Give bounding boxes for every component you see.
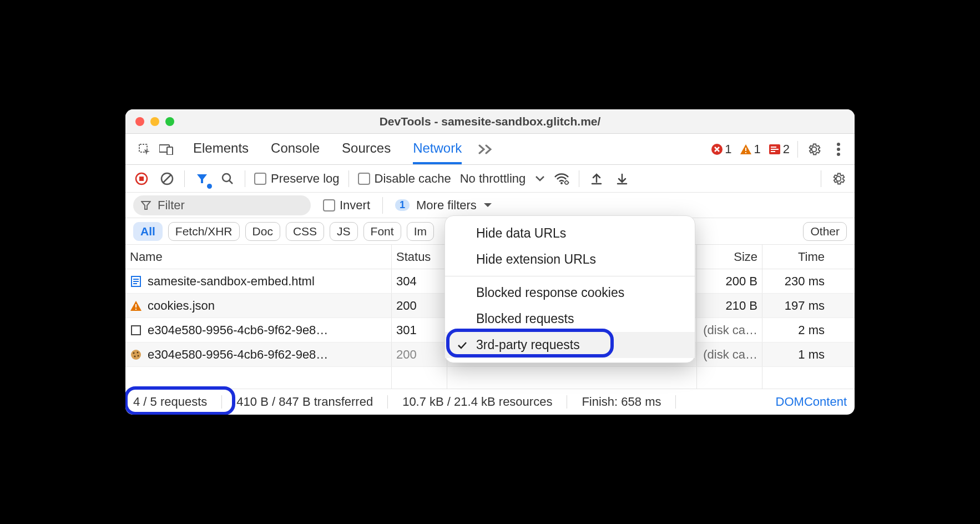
error-count: 1 bbox=[725, 142, 731, 157]
filter-3rd-party-requests[interactable]: 3rd-party requests bbox=[445, 332, 695, 358]
svg-point-31 bbox=[137, 351, 139, 353]
chevron-down-icon bbox=[536, 176, 544, 182]
status-finish: Finish: 658 ms bbox=[582, 395, 661, 409]
preserve-log-checkbox[interactable]: Preserve log bbox=[254, 172, 340, 186]
warning-badge[interactable]: 1 bbox=[740, 142, 761, 157]
svg-point-10 bbox=[837, 143, 840, 146]
frame-icon bbox=[130, 324, 142, 336]
svg-point-33 bbox=[138, 355, 139, 356]
warning-icon bbox=[130, 300, 142, 312]
svg-rect-4 bbox=[745, 148, 746, 151]
throttling-select[interactable]: No throttling bbox=[460, 172, 545, 186]
svg-point-11 bbox=[837, 148, 840, 151]
filter-row: Filter Invert 1 More filters bbox=[125, 193, 855, 218]
title-bar: DevTools - samesite-sandbox.glitch.me/ bbox=[125, 109, 855, 134]
settings-icon[interactable] bbox=[806, 141, 822, 158]
download-har-icon[interactable] bbox=[614, 170, 630, 187]
record-button[interactable] bbox=[133, 170, 150, 187]
invert-checkbox[interactable]: Invert bbox=[323, 198, 370, 213]
svg-point-18 bbox=[223, 174, 230, 182]
svg-point-32 bbox=[134, 355, 136, 357]
svg-rect-27 bbox=[135, 309, 137, 310]
status-requests: 4 / 5 requests bbox=[133, 395, 207, 409]
chip-doc[interactable]: Doc bbox=[245, 222, 280, 241]
close-window-button[interactable] bbox=[135, 117, 144, 126]
network-toolbar: Preserve log Disable cache No throttling bbox=[125, 165, 855, 193]
devtools-window: DevTools - samesite-sandbox.glitch.me/ E… bbox=[125, 109, 855, 415]
svg-line-16 bbox=[163, 175, 171, 183]
table-blank-row bbox=[125, 367, 855, 389]
chip-all[interactable]: All bbox=[133, 222, 163, 241]
issues-count: 2 bbox=[783, 142, 790, 157]
filter-hide-extension-urls[interactable]: Hide extension URLs bbox=[445, 246, 695, 273]
disable-cache-checkbox[interactable]: Disable cache bbox=[358, 172, 451, 186]
svg-point-29 bbox=[131, 350, 141, 360]
tab-console[interactable]: Console bbox=[271, 134, 320, 164]
svg-rect-2 bbox=[167, 147, 173, 155]
col-size[interactable]: Size bbox=[697, 245, 762, 269]
resource-type-row: All Fetch/XHR Doc CSS JS Font Im Other H… bbox=[125, 218, 855, 245]
svg-point-30 bbox=[133, 352, 135, 354]
funnel-icon bbox=[141, 200, 151, 210]
chip-fetch-xhr[interactable]: Fetch/XHR bbox=[168, 222, 240, 241]
document-icon bbox=[130, 275, 142, 288]
tab-network[interactable]: Network bbox=[413, 134, 462, 164]
svg-point-12 bbox=[837, 153, 840, 156]
svg-rect-26 bbox=[135, 304, 137, 308]
status-bar: 4 / 5 requests 410 B / 847 B transferred… bbox=[125, 389, 855, 415]
col-time[interactable]: Time bbox=[762, 245, 829, 269]
search-icon[interactable] bbox=[219, 170, 236, 187]
chip-other[interactable]: Other bbox=[803, 222, 847, 241]
col-status[interactable]: Status bbox=[392, 245, 447, 269]
issues-badge[interactable]: 2 bbox=[769, 142, 790, 157]
chip-font[interactable]: Font bbox=[363, 222, 401, 241]
svg-rect-8 bbox=[771, 149, 779, 150]
chip-img[interactable]: Im bbox=[407, 222, 434, 241]
filter-blocked-requests[interactable]: Blocked requests bbox=[445, 306, 695, 332]
upload-har-icon[interactable] bbox=[588, 170, 605, 187]
svg-rect-5 bbox=[745, 152, 746, 153]
maximize-window-button[interactable] bbox=[165, 117, 174, 126]
checkbox-icon bbox=[323, 199, 335, 211]
svg-line-19 bbox=[229, 180, 233, 184]
status-resources: 10.7 kB / 21.4 kB resources bbox=[402, 395, 552, 409]
checkmark-icon bbox=[457, 341, 468, 349]
filter-input[interactable]: Filter bbox=[133, 195, 311, 215]
checkbox-icon bbox=[358, 173, 370, 185]
svg-point-20 bbox=[560, 182, 563, 184]
filter-blocked-response-cookies[interactable]: Blocked response cookies bbox=[445, 280, 695, 306]
warning-count: 1 bbox=[754, 142, 761, 157]
window-controls bbox=[125, 117, 174, 126]
filter-toggle-icon[interactable] bbox=[194, 170, 210, 187]
tab-sources[interactable]: Sources bbox=[342, 134, 391, 164]
network-settings-icon[interactable] bbox=[830, 170, 847, 187]
chip-css[interactable]: CSS bbox=[286, 222, 324, 241]
error-badge[interactable]: 1 bbox=[711, 142, 731, 157]
filter-count-badge: 1 bbox=[395, 199, 410, 211]
more-tabs-icon[interactable] bbox=[478, 144, 493, 154]
panel-tab-strip: Elements Console Sources Network 1 1 2 bbox=[125, 134, 855, 165]
filter-hide-data-urls[interactable]: Hide data URLs bbox=[445, 220, 695, 246]
status-domcontent[interactable]: DOMContent bbox=[776, 395, 847, 409]
more-filters-dropdown[interactable]: 1 More filters bbox=[395, 198, 492, 213]
checkbox-icon bbox=[254, 173, 266, 185]
chevron-down-icon bbox=[483, 203, 492, 208]
inspect-icon[interactable] bbox=[133, 143, 155, 156]
col-name[interactable]: Name bbox=[125, 245, 392, 269]
minimize-window-button[interactable] bbox=[150, 117, 159, 126]
window-title: DevTools - samesite-sandbox.glitch.me/ bbox=[125, 115, 855, 128]
network-conditions-icon[interactable] bbox=[553, 170, 570, 187]
svg-point-17 bbox=[207, 184, 212, 189]
svg-rect-9 bbox=[771, 151, 775, 152]
kebab-menu-icon[interactable] bbox=[830, 141, 847, 158]
tab-elements[interactable]: Elements bbox=[193, 134, 249, 164]
device-toolbar-icon[interactable] bbox=[155, 144, 178, 155]
svg-rect-28 bbox=[132, 326, 140, 335]
clear-button[interactable] bbox=[159, 170, 175, 187]
chip-js[interactable]: JS bbox=[330, 222, 358, 241]
svg-rect-14 bbox=[139, 177, 144, 181]
cookie-icon bbox=[130, 349, 142, 361]
more-filters-popover: Hide data URLs Hide extension URLs Block… bbox=[444, 215, 695, 363]
svg-rect-7 bbox=[771, 147, 776, 148]
status-transferred: 410 B / 847 B transferred bbox=[236, 395, 373, 409]
